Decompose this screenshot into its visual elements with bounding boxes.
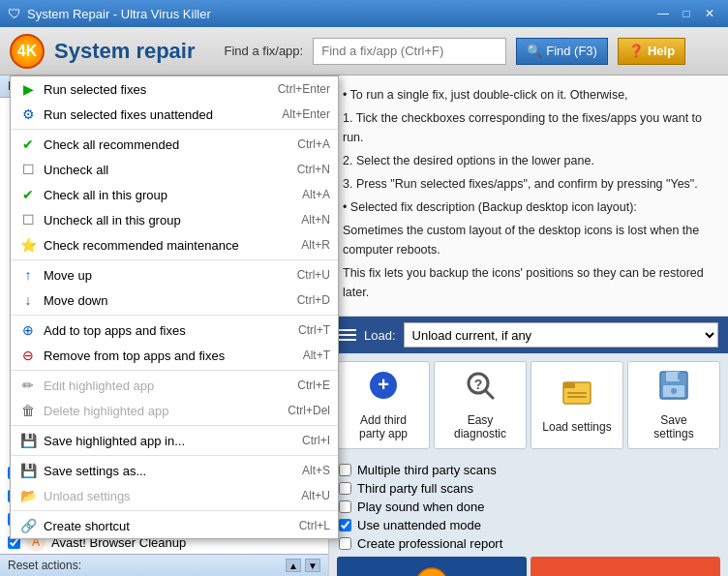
reset-arrow-down[interactable]: ▼ <box>305 559 320 572</box>
menu-item-delete-app: 🗑Delete highlighted appCtrl+Del <box>11 398 338 423</box>
info-line3: 2. Select the desired options in the low… <box>343 151 714 170</box>
easy-diagnostic-tile[interactable]: ? Easydiagnostic <box>434 361 527 449</box>
full-scans-checkbox[interactable] <box>339 482 351 495</box>
move-up-label: Move up <box>44 268 297 283</box>
home-tile[interactable]: Home <box>531 557 720 576</box>
maximize-button[interactable]: □ <box>676 5 697 22</box>
add-top-apps-label: Add to top apps and fixes <box>44 323 298 338</box>
info-line2: 1. Tick the checkboxes corresponding to … <box>343 108 714 147</box>
run-unattended-icon: ⚙ <box>18 105 38 124</box>
unattended-checkbox[interactable] <box>339 519 351 531</box>
add-top-apps-shortcut: Ctrl+T <box>298 323 330 337</box>
menu-item-run-selected[interactable]: ▶Run selected fixesCtrl+Enter <box>11 76 338 102</box>
bottom-grid: Run selectedfixes/apps Home <box>329 557 728 576</box>
menu-item-move-up[interactable]: ↑Move upCtrl+U <box>11 262 338 288</box>
check-all-group-label: Check all in this group <box>44 188 302 202</box>
menu-item-create-shortcut[interactable]: 🔗Create shortcutCtrl+L <box>11 513 338 538</box>
svg-line-3 <box>486 391 493 398</box>
multiple-scans-row: Multiple third party scans <box>339 463 718 477</box>
load-bar: Load: Unload current, if any Keep curren… <box>329 317 728 353</box>
reset-label: Reset actions: <box>8 559 81 572</box>
svg-rect-6 <box>563 382 575 388</box>
reset-arrow-up[interactable]: ▲ <box>286 559 301 572</box>
menu-item-uncheck-group[interactable]: ☐Uncheck all in this groupAlt+N <box>11 207 338 232</box>
play-sound-checkbox[interactable] <box>339 500 351 513</box>
run-selected-icon: ▶ <box>18 79 38 99</box>
easy-diagnostic-icon: ? <box>465 370 496 408</box>
question-icon: ❓ <box>628 44 644 58</box>
uncheck-all-label: Uncheck all <box>44 163 297 177</box>
full-scans-label: Third party full scans <box>357 481 473 496</box>
info-line5: • Selected fix description (Backup deskt… <box>343 197 714 217</box>
menu-item-check-maintenance[interactable]: ⭐Check recommended maintenanceAlt+R <box>11 232 338 258</box>
play-sound-label: Play sound when done <box>357 500 485 514</box>
svg-rect-8 <box>567 396 587 398</box>
create-shortcut-icon: 🔗 <box>18 516 38 535</box>
save-settings-as-icon: 💾 <box>18 461 38 480</box>
minimize-button[interactable]: — <box>652 5 674 22</box>
add-third-party-tile[interactable]: + Add thirdparty app <box>337 361 430 449</box>
create-shortcut-shortcut: Ctrl+L <box>299 519 330 532</box>
menu-item-save-app-in[interactable]: 💾Save highlighted app in...Ctrl+I <box>11 428 338 453</box>
move-up-icon: ↑ <box>18 265 38 285</box>
unattended-mode-row: Use unattended mode <box>339 518 718 532</box>
load-settings-label: Load settings <box>542 420 611 434</box>
professional-report-checkbox[interactable] <box>339 537 351 550</box>
save-settings-as-shortcut: Alt+S <box>302 464 330 477</box>
play-sound-row: Play sound when done <box>339 500 718 514</box>
menu-item-move-down[interactable]: ↓Move downCtrl+D <box>11 288 338 313</box>
remove-top-apps-icon: ⊖ <box>18 346 38 365</box>
delete-app-label: Delete highlighted app <box>44 404 288 418</box>
unload-settings-icon: 📂 <box>18 486 38 505</box>
close-button[interactable]: ✕ <box>699 5 720 22</box>
save-settings-label: Savesettings <box>653 413 693 440</box>
info-line6: Sometimes the custom layout of the deskt… <box>343 221 714 259</box>
load-select[interactable]: Unload current, if any Keep current Add … <box>404 322 718 348</box>
menu-separator <box>11 455 338 456</box>
unload-settings-shortcut: Alt+U <box>301 489 330 502</box>
move-down-icon: ↓ <box>18 290 38 310</box>
uncheck-group-icon: ☐ <box>18 210 38 229</box>
help-button[interactable]: ❓ Help <box>618 38 685 65</box>
run-unattended-label: Run selected fixes unattended <box>44 107 282 122</box>
edit-app-shortcut: Ctrl+E <box>297 379 330 392</box>
menu-item-check-all-group[interactable]: ✔Check all in this groupAlt+A <box>11 182 338 207</box>
svg-point-13 <box>671 388 677 394</box>
reset-bar: Reset actions: ▲ ▼ <box>0 554 328 576</box>
run-fixes-tile[interactable]: Run selectedfixes/apps <box>337 557 527 576</box>
save-settings-tile[interactable]: Savesettings <box>627 361 720 449</box>
check-maintenance-label: Check recommended maintenance <box>44 238 301 253</box>
find-button[interactable]: 🔍 Find (F3) <box>516 38 608 65</box>
svg-rect-11 <box>678 373 681 379</box>
move-up-shortcut: Ctrl+U <box>297 268 330 282</box>
menu-item-check-all-recommended[interactable]: ✔Check all recommendedCtrl+A <box>11 132 338 157</box>
load-settings-icon <box>561 377 592 414</box>
unattended-label: Use unattended mode <box>357 518 481 532</box>
multiple-scans-checkbox[interactable] <box>339 464 351 476</box>
run-fixes-icon <box>414 566 449 576</box>
info-line4: 3. Press "Run selected fixes/apps", and … <box>343 174 714 194</box>
uncheck-all-icon: ☐ <box>18 160 38 179</box>
info-line7: This fix lets you backup the icons' posi… <box>343 263 714 302</box>
info-line1: • To run a single fix, just double-click… <box>343 85 714 105</box>
run-unattended-shortcut: Alt+Enter <box>282 107 330 121</box>
edit-app-label: Edit highlighted app <box>44 379 297 393</box>
add-third-party-icon: + <box>368 370 399 408</box>
header-bar: 4K System repair Find a fix/app: 🔍 Find … <box>0 27 728 76</box>
remove-top-apps-shortcut: Alt+T <box>303 349 330 362</box>
menu-separator <box>11 425 338 426</box>
menu-separator <box>11 129 338 130</box>
check-all-recommended-label: Check all recommended <box>44 137 297 152</box>
find-input[interactable] <box>313 38 506 65</box>
menu-item-remove-top-apps[interactable]: ⊖Remove from top apps and fixesAlt+T <box>11 343 338 368</box>
menu-item-save-settings-as[interactable]: 💾Save settings as...Alt+S <box>11 458 338 483</box>
svg-text:?: ? <box>474 377 483 392</box>
check-all-group-icon: ✔ <box>18 185 38 204</box>
menu-item-uncheck-all[interactable]: ☐Uncheck allCtrl+N <box>11 157 338 182</box>
menu-item-edit-app: ✏Edit highlighted appCtrl+E <box>11 373 338 398</box>
right-panel: • To run a single fix, just double-click… <box>329 76 728 576</box>
menu-item-run-unattended[interactable]: ⚙Run selected fixes unattendedAlt+Enter <box>11 102 338 127</box>
menu-separator <box>11 370 338 371</box>
menu-item-add-top-apps[interactable]: ⊕Add to top apps and fixesCtrl+T <box>11 318 338 343</box>
load-settings-tile[interactable]: Load settings <box>531 361 623 449</box>
